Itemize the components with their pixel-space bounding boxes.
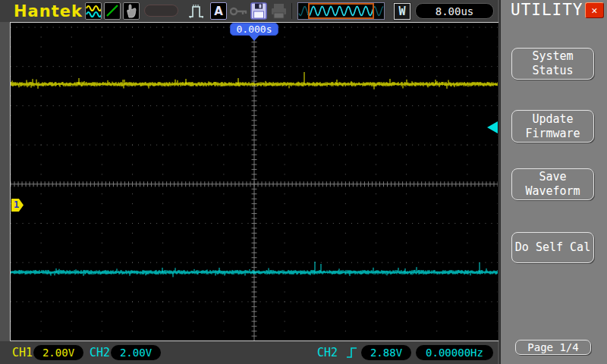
window-icon: W [394,3,410,20]
ch1-scale-value: 2.00V [42,347,74,359]
utility-menu-panel: UTILITY ✕ System Status Update Firmware … [499,0,607,364]
preview-window-selector[interactable] [308,3,374,19]
save-waveform-label: Save Waveform [525,170,580,199]
toolbar-separator [291,3,292,19]
page-indicator-button[interactable]: Page 1/4 [515,340,591,355]
waveform-preview[interactable] [297,2,385,20]
message-field [144,5,178,17]
close-icon: ✕ [592,5,598,16]
pulse-icon [187,2,207,20]
trigger-level-readout: 2.88V [361,345,411,360]
save-icon[interactable] [250,2,267,20]
ch2-scale-value: 2.00V [120,347,152,359]
ch1-marker-label: 1 [14,199,19,210]
scope-display: 0.000s 1 [10,22,498,341]
trigger-source-label: CH2 [317,346,338,359]
trigger-position-label: 0.000s [237,24,272,35]
save-icon-glyph [250,2,267,20]
page-indicator-label: Page 1/4 [527,341,578,353]
update-firmware-label: Update Firmware [525,112,580,141]
system-status-button[interactable]: System Status [511,48,594,80]
key-icon[interactable] [230,6,250,17]
top-toolbar: Hantek A [0,0,498,22]
ch1-label: CH1 [12,346,33,359]
ch2-label: CH2 [90,346,110,359]
auto-icon[interactable]: A [210,2,227,20]
ch1-scale-readout: 2.00V [33,345,83,360]
slope-icon[interactable] [104,2,121,20]
hand-icon-glyph [124,3,139,19]
timebase-value: 8.00us [436,5,474,17]
channels-icon[interactable] [85,2,102,20]
trigger-frequency-value: 0.00000Hz [426,347,483,359]
waveforms [11,23,498,340]
print-icon-glyph [270,2,288,20]
oscilloscope-screen: Hantek A [0,0,607,364]
trigger-position-pointer-icon [249,35,259,41]
print-icon[interactable] [270,2,288,20]
status-bar: CH1 2.00V CH2 2.00V CH2 2.88V 0.00000Hz [0,341,498,364]
trigger-frequency-readout: 0.00000Hz [416,345,493,360]
rising-edge-icon-glyph [346,345,358,360]
window-icon-letter: W [398,5,405,18]
trigger-level-value: 2.88V [370,347,402,359]
key-icon-glyph [230,6,250,17]
timebase-readout: 8.00us [415,3,494,19]
menu-title: UTILITY [511,1,583,19]
rising-edge-icon [346,345,358,360]
auto-icon-letter: A [214,5,223,18]
do-self-cal-button[interactable]: Do Self Cal [511,232,594,263]
ch2-scale-readout: 2.00V [111,345,161,360]
brand-logo: Hantek [14,2,83,20]
hand-icon[interactable] [123,2,140,20]
system-status-label: System Status [532,49,573,78]
do-self-cal-label: Do Self Cal [515,240,590,255]
slope-icon-glyph [105,3,120,19]
pulse-icon-glyph [187,2,207,20]
update-firmware-button[interactable]: Update Firmware [511,110,594,143]
trigger-position-flag[interactable]: 0.000s [230,23,278,36]
save-waveform-button[interactable]: Save Waveform [511,168,594,200]
channels-icon-glyph [86,3,101,19]
close-button[interactable]: ✕ [585,2,604,18]
